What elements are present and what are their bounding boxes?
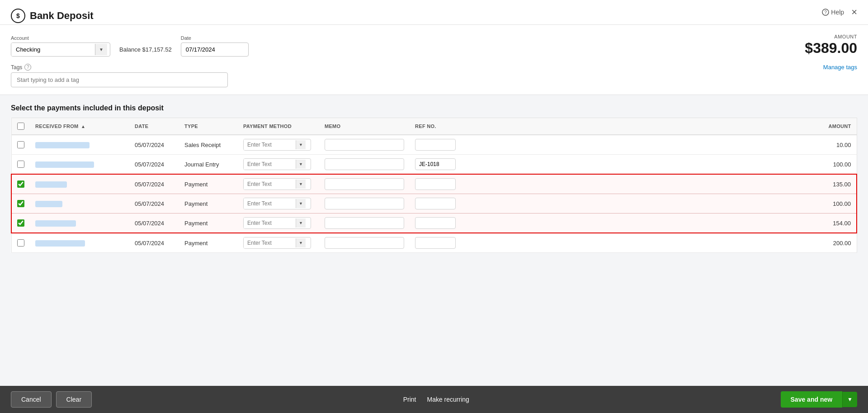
memo-cell	[319, 155, 410, 175]
account-field-group: Account ▼	[11, 35, 110, 57]
ref-no-cell	[410, 155, 461, 175]
date-input[interactable]	[181, 43, 249, 57]
payment-method-input[interactable]	[244, 179, 296, 190]
payment-method-cell: ▼	[238, 135, 319, 155]
ref-no-input[interactable]	[415, 198, 456, 209]
table-row: 05/07/2024 Payment ▼ 135.00	[11, 174, 857, 194]
date-cell: 05/07/2024	[129, 155, 179, 175]
received-from-value	[35, 201, 62, 207]
ref-no-input[interactable]	[415, 217, 456, 229]
header-amount[interactable]: AMOUNT	[461, 118, 857, 135]
tags-input[interactable]	[11, 72, 228, 87]
payment-method-input[interactable]	[244, 218, 296, 228]
payment-method-cell: ▼	[238, 174, 319, 194]
received-from-header-label: RECEIVED FROM	[35, 123, 79, 129]
received-from-cell	[30, 233, 129, 253]
amount-cell: 100.00	[461, 155, 857, 175]
balance-value: $17,157.52	[142, 46, 172, 53]
row-checkbox[interactable]	[17, 200, 24, 207]
tags-header: Tags ? Manage tags	[11, 64, 857, 71]
page-title: Bank Deposit	[30, 10, 94, 22]
received-from-cell	[30, 194, 129, 214]
bank-deposit-icon: $	[11, 9, 25, 23]
tags-help-icon[interactable]: ?	[24, 64, 31, 71]
memo-input[interactable]	[325, 139, 404, 151]
payment-method-dropdown-arrow[interactable]: ▼	[296, 199, 306, 208]
clear-button[interactable]: Clear	[56, 391, 92, 408]
row-checkbox[interactable]	[17, 141, 24, 148]
main-container: $ Bank Deposit ? Help × Account	[0, 0, 868, 413]
row-check-cell	[11, 194, 30, 214]
date-cell: 05/07/2024	[129, 174, 179, 194]
type-cell: Payment	[179, 194, 238, 214]
received-from-cell	[30, 174, 129, 194]
header-ref-no[interactable]: REF NO.	[410, 118, 461, 135]
ref-no-input[interactable]	[415, 158, 456, 170]
ref-no-cell	[410, 214, 461, 233]
payment-method-cell: ▼	[238, 155, 319, 175]
header-bar: $ Bank Deposit ? Help ×	[0, 0, 868, 25]
payment-method-dropdown-arrow[interactable]: ▼	[296, 140, 306, 149]
payment-method-input[interactable]	[244, 139, 296, 150]
print-button[interactable]: Print	[403, 396, 416, 403]
payments-table-body: 05/07/2024 Sales Receipt ▼ 10.00	[11, 135, 857, 253]
memo-input[interactable]	[325, 217, 404, 229]
header-date[interactable]: DATE	[129, 118, 179, 135]
payment-method-dropdown-arrow[interactable]: ▼	[296, 180, 306, 189]
memo-cell	[319, 194, 410, 214]
memo-input[interactable]	[325, 158, 404, 170]
payment-method-input[interactable]	[244, 237, 296, 248]
row-checkbox[interactable]	[17, 219, 24, 227]
amount-cell: 154.00	[461, 214, 857, 233]
row-checkbox[interactable]	[17, 161, 24, 168]
save-and-new-button[interactable]: Save and new	[781, 391, 843, 408]
account-dropdown-arrow[interactable]: ▼	[95, 44, 107, 55]
payment-method-input[interactable]	[244, 198, 296, 209]
header-payment-method[interactable]: PAYMENT METHOD	[238, 118, 319, 135]
row-checkbox[interactable]	[17, 180, 24, 188]
make-recurring-button[interactable]: Make recurring	[427, 396, 469, 403]
memo-cell	[319, 214, 410, 233]
table-row: 05/07/2024 Sales Receipt ▼ 10.00	[11, 135, 857, 155]
help-circle-icon: ?	[822, 9, 829, 16]
account-input[interactable]	[11, 43, 95, 56]
ref-no-input[interactable]	[415, 139, 456, 151]
memo-input[interactable]	[325, 198, 404, 209]
payments-section: Select the payments included in this dep…	[0, 95, 868, 386]
help-button[interactable]: ? Help	[822, 9, 844, 16]
header-received-from[interactable]: RECEIVED FROM ▲	[30, 118, 129, 135]
tags-row: Tags ? Manage tags	[11, 64, 857, 87]
manage-tags-link[interactable]: Manage tags	[823, 64, 857, 71]
payment-method-dropdown-arrow[interactable]: ▼	[296, 238, 306, 247]
save-and-new-dropdown-button[interactable]: ▼	[842, 392, 857, 407]
received-from-value	[35, 142, 90, 148]
memo-input[interactable]	[325, 178, 404, 190]
row-check-cell	[11, 174, 30, 194]
ref-no-cell	[410, 174, 461, 194]
ref-no-input[interactable]	[415, 237, 456, 249]
payment-method-dropdown-arrow[interactable]: ▼	[296, 218, 306, 228]
table-header-row: RECEIVED FROM ▲ DATE TYPE PAYMENT METHOD…	[11, 118, 857, 135]
memo-input[interactable]	[325, 237, 404, 249]
row-checkbox[interactable]	[17, 239, 24, 247]
footer-bar: Cancel Clear Print Make recurring Save a…	[0, 386, 868, 413]
header-memo[interactable]: MEMO	[319, 118, 410, 135]
select-all-checkbox[interactable]	[17, 123, 24, 130]
table-row: 05/07/2024 Payment ▼ 100.00	[11, 194, 857, 214]
form-area: Account ▼ Balance $17,157.52 Date	[0, 25, 868, 95]
footer-left: Cancel Clear	[11, 391, 92, 408]
memo-cell	[319, 233, 410, 253]
header-check	[11, 118, 30, 135]
header-type[interactable]: TYPE	[179, 118, 238, 135]
ref-no-input[interactable]	[415, 178, 456, 190]
cancel-button[interactable]: Cancel	[11, 391, 52, 408]
close-button[interactable]: ×	[851, 7, 857, 17]
row-check-cell	[11, 135, 30, 155]
row-check-cell	[11, 214, 30, 233]
ref-no-cell	[410, 233, 461, 253]
payment-method-input[interactable]	[244, 159, 296, 170]
received-from-cell	[30, 214, 129, 233]
amount-value: $389.00	[805, 39, 857, 57]
payment-method-dropdown-arrow[interactable]: ▼	[296, 160, 306, 169]
account-select-wrapper: ▼	[11, 43, 110, 57]
